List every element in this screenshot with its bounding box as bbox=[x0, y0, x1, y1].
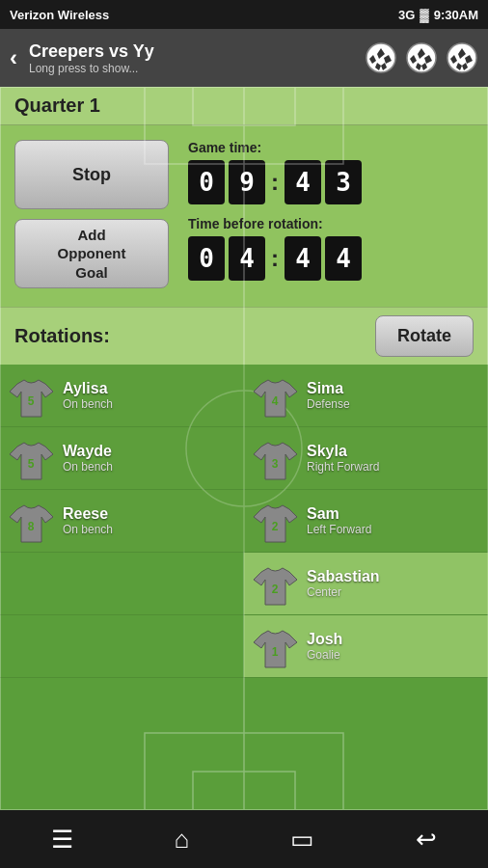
player-reese-info: Reese On bench bbox=[63, 505, 113, 536]
header-title: Creepers vs Yy bbox=[29, 41, 353, 62]
carrier-label: Verizon Wireless bbox=[10, 8, 109, 22]
menu-icon[interactable]: ☰ bbox=[51, 825, 73, 854]
svg-text:5: 5 bbox=[28, 394, 35, 408]
player-wayde-name: Wayde bbox=[63, 443, 113, 460]
jersey-wayde: 5 bbox=[10, 435, 53, 481]
status-bar: Verizon Wireless 3G ▓ 9:30AM bbox=[0, 0, 488, 29]
player-reese[interactable]: 8 Reese On bench bbox=[0, 490, 244, 552]
player-skyla-info: Skyla Right Forward bbox=[307, 443, 379, 474]
back-button[interactable]: ‹ bbox=[10, 44, 17, 71]
status-bar-right: 3G ▓ 9:30AM bbox=[398, 8, 478, 22]
jersey-skyla: 3 bbox=[254, 435, 297, 481]
player-josh[interactable]: 1 Josh Goalie bbox=[244, 615, 488, 677]
signal-label: 3G bbox=[398, 8, 415, 22]
ball-icon-3[interactable] bbox=[446, 41, 478, 74]
player-aylisa-info: Aylisa On bench bbox=[63, 380, 113, 411]
player-reese-name: Reese bbox=[63, 505, 113, 523]
svg-text:1: 1 bbox=[272, 645, 279, 659]
ball-icon-2[interactable] bbox=[405, 41, 438, 74]
players-row-4: 1 Josh Goalie bbox=[0, 615, 488, 678]
header-title-block: Creepers vs Yy Long press to show... bbox=[29, 41, 353, 75]
battery-icon: ▓ bbox=[420, 8, 428, 22]
player-sabastian[interactable]: 2 Sabastian Center bbox=[244, 553, 488, 614]
player-sabastian-pos: Center bbox=[307, 585, 380, 599]
svg-text:5: 5 bbox=[28, 457, 35, 471]
player-josh-info: Josh Goalie bbox=[307, 631, 342, 662]
svg-text:2: 2 bbox=[272, 583, 279, 596]
svg-text:4: 4 bbox=[272, 394, 279, 408]
player-skyla-pos: Right Forward bbox=[307, 460, 379, 474]
player-sam-name: Sam bbox=[307, 505, 371, 523]
svg-text:3: 3 bbox=[272, 457, 279, 471]
player-josh-pos: Goalie bbox=[307, 648, 342, 662]
players-row-1: 5 Wayde On bench 3 Skyla Right For bbox=[0, 427, 488, 490]
player-sabastian-name: Sabastian bbox=[307, 568, 380, 585]
player-reese-pos: On bench bbox=[63, 523, 113, 536]
bottom-nav: ☰ ⌂ ▭ ↩ bbox=[0, 810, 488, 868]
jersey-aylisa: 5 bbox=[10, 372, 53, 419]
header-subtitle: Long press to show... bbox=[29, 62, 353, 75]
players-row-3: 2 Sabastian Center bbox=[0, 553, 488, 615]
player-josh-name: Josh bbox=[307, 631, 342, 648]
players-row-0: 5 Aylisa On bench 4 Sima Defense bbox=[0, 365, 488, 427]
recents-icon[interactable]: ▭ bbox=[290, 825, 314, 854]
player-sima[interactable]: 4 Sima Defense bbox=[244, 365, 488, 426]
player-aylisa-pos: On bench bbox=[63, 397, 113, 411]
jersey-sima: 4 bbox=[254, 372, 297, 419]
header-icons bbox=[365, 41, 478, 74]
jersey-reese: 8 bbox=[10, 498, 53, 544]
jersey-sam: 2 bbox=[254, 498, 297, 544]
player-skyla[interactable]: 3 Skyla Right Forward bbox=[244, 427, 488, 489]
ball-icon-1[interactable] bbox=[365, 41, 397, 74]
player-sam[interactable]: 2 Sam Left Forward bbox=[244, 490, 488, 552]
svg-text:2: 2 bbox=[272, 520, 279, 533]
jersey-sabastian: 2 bbox=[254, 560, 297, 607]
player-sabastian-info: Sabastian Center bbox=[307, 568, 380, 599]
players-list: 5 Aylisa On bench 4 Sima Defense bbox=[0, 365, 488, 678]
players-row-2: 8 Reese On bench 2 Sam Left Forwar bbox=[0, 490, 488, 553]
player-sam-info: Sam Left Forward bbox=[307, 505, 371, 536]
jersey-josh: 1 bbox=[254, 623, 297, 669]
main-content: Quarter 1 Stop AddOpponentGoal Game time… bbox=[0, 87, 488, 810]
home-icon[interactable]: ⌂ bbox=[175, 825, 190, 854]
player-wayde-pos: On bench bbox=[63, 460, 113, 474]
player-skyla-name: Skyla bbox=[307, 443, 379, 460]
player-sima-info: Sima Defense bbox=[307, 380, 350, 411]
svg-text:8: 8 bbox=[28, 520, 35, 533]
back-nav-icon[interactable]: ↩ bbox=[416, 825, 437, 854]
player-wayde[interactable]: 5 Wayde On bench bbox=[0, 427, 244, 489]
player-sam-pos: Left Forward bbox=[307, 523, 371, 536]
player-aylisa[interactable]: 5 Aylisa On bench bbox=[0, 365, 244, 426]
time-label: 9:30AM bbox=[434, 8, 478, 22]
player-wayde-info: Wayde On bench bbox=[63, 443, 113, 474]
header: ‹ Creepers vs Yy Long press to show... bbox=[0, 29, 488, 87]
player-sima-pos: Defense bbox=[307, 397, 350, 411]
player-sima-name: Sima bbox=[307, 380, 350, 397]
player-aylisa-name: Aylisa bbox=[63, 380, 113, 397]
